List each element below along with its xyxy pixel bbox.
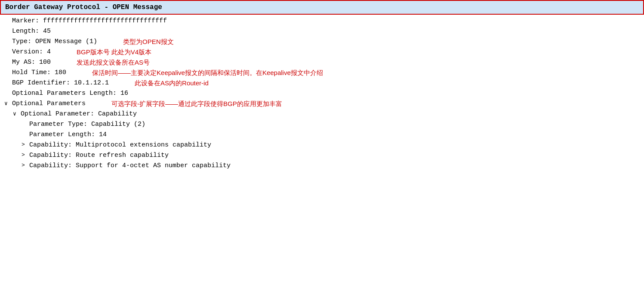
field-row: BGP Identifier: 10.1.12.1此设备在AS内的Router-… [0,78,644,89]
field-comment: BGP版本号 此处为V4版本 [77,48,151,56]
field-row: My AS: 100发送此报文设备所在AS号 [0,58,644,68]
header-title: Border Gateway Protocol - OPEN Message [5,3,162,11]
bgp-header: Border Gateway Protocol - OPEN Message [0,0,644,15]
field-label: Parameter Length: 14 [29,131,107,138]
field-label: Capability: Multiprotocol extensions cap… [29,141,211,149]
field-label: Optional Parameters [12,100,86,107]
field-row: ∨Optional Parameters可选字段-扩展字段——通过此字段使得BG… [0,99,644,109]
expand-icon[interactable]: > [22,152,28,158]
field-comment: 可选字段-扩展字段——通过此字段使得BGP的应用更加丰富 [111,100,282,108]
field-comment: 此设备在AS内的Router-id [135,79,209,87]
collapse-icon[interactable]: ∨ [4,100,11,107]
field-label: Type: OPEN Message (1) [12,38,97,45]
field-label: Capability: Support for 4-octet AS numbe… [29,162,231,169]
field-label: Hold Time: 180 [12,69,66,76]
field-row: Parameter Type: Capability (2) [0,120,644,130]
expand-icon[interactable]: > [22,162,28,168]
field-label: Parameter Type: Capability (2) [29,121,145,128]
field-label: Marker: ffffffffffffffffffffffffffffffff [12,17,167,25]
expand-icon[interactable]: > [22,141,28,148]
field-row: Version: 4BGP版本号 此处为V4版本 [0,47,644,58]
fields-container: Marker: ffffffffffffffffffffffffffffffff… [0,15,644,173]
field-row: >Capability: Multiprotocol extensions ca… [0,140,644,151]
field-label: Optional Parameters Length: 16 [12,90,128,97]
field-label: Length: 45 [12,28,51,35]
field-label: BGP Identifier: 10.1.12.1 [12,79,109,87]
packet-container: Border Gateway Protocol - OPEN Message M… [0,0,644,173]
field-row: Parameter Length: 14 [0,130,644,140]
field-comment: 保活时间——主要决定Keepalive报文的间隔和保活时间。在Keepalive… [92,69,323,77]
field-row: Type: OPEN Message (1)类型为OPEN报文 [0,37,644,47]
field-row: Length: 45 [0,27,644,37]
field-comment: 类型为OPEN报文 [123,38,174,46]
field-label: Optional Parameter: Capability [21,110,137,118]
field-row: Marker: ffffffffffffffffffffffffffffffff [0,16,644,27]
field-label: Version: 4 [12,48,51,56]
field-row: Optional Parameters Length: 16 [0,89,644,99]
field-row: ∨Optional Parameter: Capability [0,109,644,120]
field-comment: 发送此报文设备所在AS号 [77,59,150,67]
field-row: >Capability: Support for 4-octet AS numb… [0,161,644,172]
field-row: Hold Time: 180保活时间——主要决定Keepalive报文的间隔和保… [0,68,644,78]
field-label: Capability: Route refresh capability [29,152,169,159]
collapse-icon[interactable]: ∨ [13,110,20,117]
field-row: >Capability: Route refresh capability [0,151,644,161]
field-label: My AS: 100 [12,59,51,66]
